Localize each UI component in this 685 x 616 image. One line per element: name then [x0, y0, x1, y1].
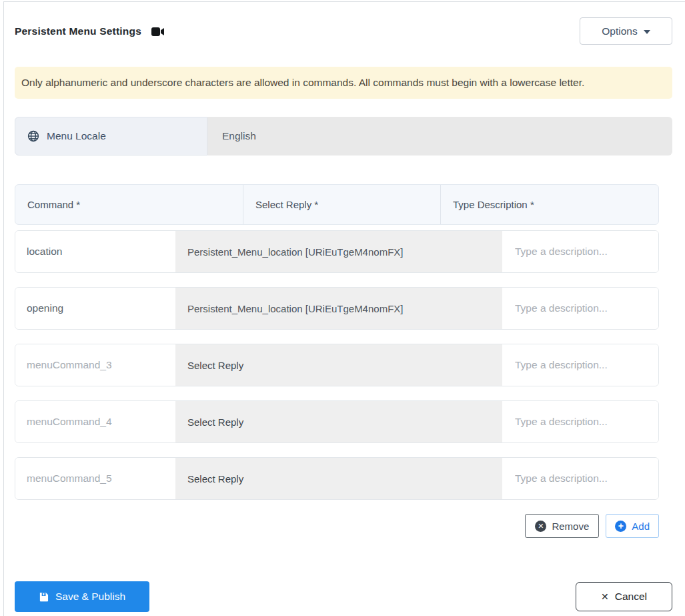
command-cell — [15, 401, 175, 442]
reply-select-value: Select Reply — [187, 416, 243, 428]
alert-banner: Only alphanumeric and underscore charact… — [15, 67, 672, 99]
description-cell — [502, 288, 658, 329]
command-cell — [15, 231, 175, 272]
description-cell — [502, 401, 658, 442]
reply-select[interactable]: Select Reply — [175, 401, 502, 442]
menu-locale-value[interactable]: English — [207, 117, 672, 156]
description-cell — [502, 344, 658, 386]
column-header-select-reply: Select Reply * — [243, 185, 440, 224]
reply-select[interactable]: Persistent_Menu_location [URiEuTgeM4nomF… — [175, 231, 502, 272]
menu-locale-group: Menu Locale English — [15, 117, 672, 156]
video-camera-icon — [151, 27, 165, 37]
reply-select[interactable]: Select Reply — [175, 344, 502, 386]
column-header-command: Command * — [15, 185, 243, 224]
description-input[interactable] — [502, 401, 658, 442]
table-header-row: Command * Select Reply * Type Descriptio… — [15, 184, 659, 225]
table-row: Select Reply — [15, 400, 659, 443]
reply-select-value: Persistent_Menu_location [URiEuTgeM4nomF… — [187, 246, 403, 258]
add-button-label: Add — [632, 521, 650, 532]
remove-circle-icon: ✕ — [535, 521, 546, 532]
table-row: Persistent_Menu_location [URiEuTgeM4nomF… — [15, 287, 659, 330]
table-row: Persistent_Menu_location [URiEuTgeM4nomF… — [15, 230, 659, 273]
column-header-type-description: Type Description * — [440, 185, 658, 224]
description-cell — [502, 458, 658, 499]
reply-select[interactable]: Persistent_Menu_location [URiEuTgeM4nomF… — [175, 288, 502, 329]
save-publish-button[interactable]: Save & Publish — [15, 581, 149, 612]
cancel-x-icon: ✕ — [601, 591, 609, 602]
description-input[interactable] — [502, 344, 658, 386]
caret-down-icon — [644, 30, 650, 34]
command-input[interactable] — [15, 288, 175, 329]
menu-locale-label: Menu Locale — [15, 117, 207, 156]
page-title: Persistent Menu Settings — [15, 25, 141, 37]
title-group: Persistent Menu Settings — [15, 25, 165, 37]
add-circle-icon: + — [615, 521, 626, 532]
persistent-menu-settings-panel: Persistent Menu Settings Options Only al… — [3, 1, 685, 616]
remove-button[interactable]: ✕ Remove — [525, 514, 599, 538]
globe-icon — [27, 130, 39, 142]
reply-select-value: Select Reply — [187, 473, 243, 485]
description-input[interactable] — [502, 231, 658, 272]
reply-select[interactable]: Select Reply — [175, 458, 502, 499]
options-button-label: Options — [602, 25, 637, 37]
menu-locale-value-text: English — [222, 130, 256, 142]
description-input[interactable] — [502, 458, 658, 499]
add-button[interactable]: + Add — [606, 514, 659, 538]
command-input[interactable] — [15, 458, 175, 499]
row-actions: ✕ Remove + Add — [15, 514, 659, 538]
commands-table: Command * Select Reply * Type Descriptio… — [15, 184, 672, 538]
command-input[interactable] — [15, 231, 175, 272]
footer-bar: Save & Publish ✕ Cancel — [15, 581, 672, 612]
command-cell — [15, 344, 175, 386]
command-cell — [15, 288, 175, 329]
save-icon — [39, 592, 49, 602]
alert-text: Only alphanumeric and underscore charact… — [21, 77, 584, 89]
command-input[interactable] — [15, 344, 175, 386]
menu-locale-label-text: Menu Locale — [47, 130, 106, 142]
table-row: Select Reply — [15, 457, 659, 500]
options-button[interactable]: Options — [580, 17, 672, 45]
table-row: Select Reply — [15, 344, 659, 386]
remove-button-label: Remove — [552, 521, 589, 532]
description-input[interactable] — [502, 288, 658, 329]
save-publish-label: Save & Publish — [55, 591, 125, 603]
reply-select-value: Persistent_Menu_location [URiEuTgeM4nomF… — [187, 303, 403, 314]
header-bar: Persistent Menu Settings Options — [15, 17, 672, 45]
cancel-button[interactable]: ✕ Cancel — [576, 582, 672, 611]
reply-select-value: Select Reply — [187, 360, 243, 371]
cancel-button-label: Cancel — [615, 591, 647, 603]
command-input[interactable] — [15, 401, 175, 442]
description-cell — [502, 231, 658, 272]
command-cell — [15, 458, 175, 499]
